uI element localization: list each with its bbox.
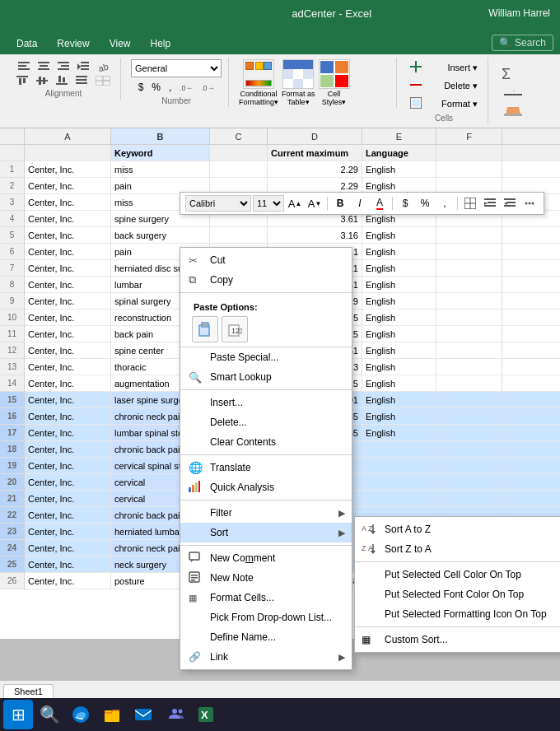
put-format-icon-top[interactable]: Put Selected Formatting Icon On Top: [355, 604, 560, 624]
ctx-format-cells[interactable]: ▦ Format Cells...: [180, 588, 352, 608]
currency-btn[interactable]: $: [135, 80, 147, 95]
top-align-btn[interactable]: [13, 74, 31, 87]
number-format-select[interactable]: General: [131, 59, 222, 77]
ctx-delete[interactable]: Delete...: [180, 412, 352, 432]
format-table-label[interactable]: Format asTable▾: [282, 90, 315, 106]
increase-decimal-btn[interactable]: .0→: [198, 81, 217, 94]
ctx-new-note[interactable]: New Note: [180, 568, 352, 588]
cond-format-label[interactable]: ConditionalFormatting▾: [239, 90, 278, 106]
svg-rect-44: [504, 114, 522, 116]
sort-z-to-a[interactable]: ZA Sort Z to A: [355, 539, 560, 559]
fill-btn[interactable]: [501, 89, 525, 104]
put-cell-color-top[interactable]: Put Selected Cell Color On Top: [355, 565, 560, 584]
ctx-filter[interactable]: Filter ▶: [180, 503, 352, 523]
paste-values-btn[interactable]: 123: [222, 316, 248, 342]
put-font-color-top[interactable]: Put Selected Font Color On Top: [355, 584, 560, 604]
cell-a: Center, Inc.: [25, 342, 111, 358]
increase-indent-ft-btn[interactable]: [501, 195, 519, 212]
orient-btn[interactable]: ab: [94, 59, 112, 74]
grow-font-btn[interactable]: A▲: [286, 195, 304, 212]
ctx-pick-dropdown[interactable]: Pick From Drop-down List...: [180, 608, 352, 627]
decrease-decimal-btn[interactable]: .0←: [176, 81, 196, 94]
sum-btn[interactable]: Σ: [498, 59, 528, 89]
custom-sort[interactable]: ▦ Custom Sort...: [355, 630, 560, 650]
align-right-btn[interactable]: [54, 60, 72, 73]
svg-rect-11: [81, 68, 89, 70]
tab-data[interactable]: Data: [7, 33, 47, 54]
bot-align-btn[interactable]: [53, 74, 71, 87]
paste-icons: 123: [189, 316, 343, 342]
search-taskbar-btn[interactable]: 🔍: [35, 700, 64, 729]
ctx-new-comment[interactable]: New Comment: [180, 548, 352, 568]
ctx-translate[interactable]: 🌐 Translate: [180, 458, 352, 477]
indent-btn[interactable]: [74, 60, 92, 73]
cell-styles-label[interactable]: CellStyles▾: [322, 90, 347, 106]
explorer-btn[interactable]: [97, 700, 127, 729]
ctx-sort[interactable]: Sort ▶: [180, 523, 352, 542]
tab-view[interactable]: View: [100, 33, 141, 54]
cell-a: Center, Inc.: [25, 310, 111, 325]
mid-align-btn[interactable]: [33, 74, 51, 87]
align-center-btn[interactable]: [35, 60, 53, 73]
cell-e: [362, 474, 436, 490]
ctx-insert[interactable]: Insert...: [180, 393, 352, 412]
paste-btn[interactable]: [192, 316, 218, 342]
outlook-btn[interactable]: [128, 700, 158, 729]
title-bar: adCenter - Excel William Harrel: [0, 0, 560, 26]
format-table-btn[interactable]: [282, 59, 314, 89]
table-row[interactable]: Center, Inc. back surgery 3.16 English: [25, 227, 560, 244]
ctx-copy-label: Copy: [210, 274, 233, 286]
merge-btn[interactable]: [92, 74, 114, 87]
ctx-copy[interactable]: ⧉ Copy: [180, 270, 352, 290]
table-row[interactable]: Center, Inc. miss 2.29 English: [25, 161, 560, 178]
cell-styles-btn[interactable]: [319, 59, 350, 89]
tab-review[interactable]: Review: [47, 33, 99, 54]
svg-rect-14: [16, 76, 28, 77]
svg-rect-26: [76, 79, 85, 81]
start-btn[interactable]: ⊞: [3, 700, 33, 729]
ctx-quick-analysis[interactable]: Quick Analysis: [180, 477, 352, 497]
cell-e: English: [362, 227, 436, 243]
bold-btn[interactable]: B: [331, 195, 349, 212]
teams-btn[interactable]: [160, 700, 189, 729]
font-size-select[interactable]: 11: [253, 195, 284, 212]
alignment-row2: [13, 74, 114, 87]
sep2: [180, 389, 352, 390]
ctx-link[interactable]: 🔗 Link ▶: [180, 647, 352, 667]
cond-format-btn[interactable]: [243, 59, 274, 89]
insert-btn[interactable]: Insert ▾: [407, 59, 481, 76]
italic-btn[interactable]: I: [351, 195, 369, 212]
percent-btn[interactable]: %: [148, 80, 164, 95]
more-ft-btn[interactable]: [520, 195, 539, 212]
font-family-select[interactable]: Calibri: [185, 195, 251, 212]
sheet-tab-sheet1[interactable]: Sheet1: [3, 684, 54, 698]
ctx-define-name[interactable]: Define Name...: [180, 627, 352, 647]
delete-btn[interactable]: Delete ▾: [407, 77, 481, 94]
sub-sep2: [355, 626, 560, 627]
decrease-indent-ft-btn[interactable]: [481, 195, 499, 212]
user-name: William Harrel: [488, 7, 550, 19]
format-btn[interactable]: Format ▾: [407, 95, 481, 112]
search-box[interactable]: 🔍 Search: [492, 35, 553, 51]
percent-ft-btn[interactable]: %: [416, 195, 434, 212]
comma-btn[interactable]: ,: [166, 80, 175, 95]
edge-btn[interactable]: [66, 700, 96, 729]
wrap-btn[interactable]: [72, 74, 91, 87]
ctx-cut[interactable]: ✂ Cut: [180, 250, 352, 270]
svg-text:←: ←: [186, 84, 193, 92]
col-hdr-e: Language: [362, 145, 436, 161]
shrink-font-btn[interactable]: A▼: [306, 195, 324, 212]
excel-taskbar-btn[interactable]: X: [191, 700, 221, 729]
svg-text:ab: ab: [97, 62, 109, 72]
ctx-paste-special[interactable]: Paste Special...: [180, 347, 352, 367]
borders-ft-btn[interactable]: [461, 195, 479, 212]
comma-ft-btn[interactable]: ,: [436, 195, 454, 212]
ctx-clear-contents[interactable]: Clear Contents: [180, 432, 352, 452]
clear-btn[interactable]: [501, 104, 525, 119]
font-color-btn[interactable]: A: [371, 195, 389, 212]
currency-ft-btn[interactable]: $: [396, 195, 414, 212]
sort-a-to-z[interactable]: AZ Sort A to Z: [355, 519, 560, 539]
tab-help[interactable]: Help: [141, 33, 181, 54]
align-left-btn[interactable]: [15, 60, 33, 73]
ctx-smart-lookup[interactable]: 🔍 Smart Lookup: [180, 367, 352, 387]
